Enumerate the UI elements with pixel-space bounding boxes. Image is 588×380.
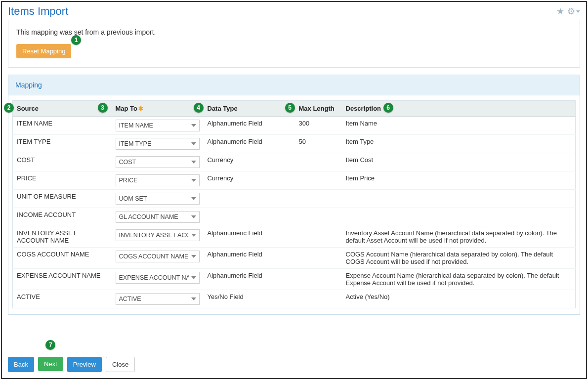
map-to-value: ITEM TYPE bbox=[119, 140, 189, 147]
table-row: COGS ACCOUNT NAMECOGS ACCOUNT NAMEAlphan… bbox=[13, 248, 576, 269]
map-to-select[interactable]: EXPENSE ACCOUNT NAM bbox=[116, 272, 200, 284]
cell-source: COGS ACCOUNT NAME bbox=[13, 248, 112, 269]
cell-max-length bbox=[295, 226, 342, 248]
favorite-star-icon[interactable]: ★ bbox=[556, 6, 564, 17]
cell-map-to: COGS ACCOUNT NAME bbox=[112, 248, 204, 269]
cell-map-to: EXPENSE ACCOUNT NAM bbox=[112, 269, 204, 290]
chevron-down-icon bbox=[191, 124, 196, 127]
cell-max-length bbox=[295, 269, 342, 290]
th-map-to: Map To bbox=[116, 105, 138, 112]
cell-max-length bbox=[295, 208, 342, 226]
cell-map-to: INVENTORY ASSET ACCO bbox=[112, 226, 204, 248]
th-data-type: Data Type bbox=[208, 105, 238, 112]
chevron-down-icon bbox=[191, 215, 196, 218]
annotation-badge-2: 2 bbox=[4, 103, 14, 113]
mapping-section-title: Mapping bbox=[8, 75, 580, 95]
cell-max-length bbox=[295, 153, 342, 171]
cell-description bbox=[342, 190, 576, 208]
reset-mapping-button[interactable]: Reset Mapping bbox=[16, 44, 71, 58]
cell-data-type bbox=[204, 208, 295, 226]
mapping-section: Mapping 2 Source 3 Map To✱ bbox=[8, 75, 580, 315]
annotation-badge-3: 3 bbox=[98, 103, 108, 113]
cell-data-type bbox=[204, 190, 295, 208]
cell-max-length bbox=[295, 190, 342, 208]
required-star-icon: ✱ bbox=[138, 105, 143, 112]
cell-map-to: ITEM NAME bbox=[112, 117, 204, 135]
chevron-down-icon bbox=[191, 197, 196, 200]
cell-description: Inventory Asset Account Name (hierarchic… bbox=[342, 226, 576, 248]
map-to-select[interactable]: COGS ACCOUNT NAME bbox=[116, 251, 200, 262]
cell-data-type: Alphanumeric Field bbox=[204, 248, 295, 269]
cell-map-to: ACTIVE bbox=[112, 290, 204, 308]
cell-source: ITEM TYPE bbox=[13, 135, 112, 153]
cell-description: Expense Account Name (hierarchical data … bbox=[342, 269, 576, 290]
chevron-down-icon bbox=[191, 276, 196, 279]
th-max-length: Max Length bbox=[299, 105, 335, 112]
cell-data-type: Alphanumeric Field bbox=[204, 226, 295, 248]
back-button[interactable]: Back bbox=[8, 357, 34, 372]
map-to-select[interactable]: ITEM NAME bbox=[116, 120, 200, 131]
mapping-table: 2 Source 3 Map To✱ 4 Data Type bbox=[12, 100, 576, 308]
map-to-select[interactable]: PRICE bbox=[116, 174, 200, 186]
annotation-badge-1: 1 bbox=[71, 35, 81, 45]
map-to-value: PRICE bbox=[119, 177, 189, 184]
cell-source: ITEM NAME bbox=[13, 117, 112, 135]
table-row: EXPENSE ACCOUNT NAMEEXPENSE ACCOUNT NAMA… bbox=[13, 269, 576, 290]
cell-max-length bbox=[295, 290, 342, 308]
next-button[interactable]: Next bbox=[38, 357, 63, 371]
map-to-select[interactable]: ITEM TYPE bbox=[116, 138, 200, 150]
cell-description: Item Cost bbox=[342, 153, 576, 171]
map-to-select[interactable]: COST bbox=[116, 156, 200, 168]
map-to-value: GL ACCOUNT NAME bbox=[119, 213, 189, 220]
annotation-badge-7: 7 bbox=[45, 340, 55, 350]
th-description: Description bbox=[346, 105, 381, 112]
table-row: ITEM TYPEITEM TYPEAlphanumeric Field50It… bbox=[13, 135, 576, 153]
info-panel: This mapping was set from a previous imp… bbox=[8, 20, 580, 68]
gear-glyph: ⚙ bbox=[567, 6, 575, 17]
th-source: Source bbox=[17, 105, 39, 112]
map-to-value: COST bbox=[119, 159, 189, 166]
cell-map-to: ITEM TYPE bbox=[112, 135, 204, 153]
chevron-down-icon bbox=[191, 179, 196, 182]
info-message: This mapping was set from a previous imp… bbox=[16, 28, 572, 36]
cell-map-to: GL ACCOUNT NAME bbox=[112, 208, 204, 226]
cell-max-length bbox=[295, 248, 342, 269]
cell-data-type: Alphanumeric Field bbox=[204, 135, 295, 153]
map-to-select[interactable]: ACTIVE bbox=[116, 293, 200, 305]
map-to-value: UOM SET bbox=[119, 195, 189, 202]
cell-data-type: Currency bbox=[204, 171, 295, 190]
cell-description: Item Name bbox=[342, 117, 576, 135]
cell-source: ACTIVE bbox=[13, 290, 112, 308]
map-to-select[interactable]: GL ACCOUNT NAME bbox=[116, 211, 200, 223]
cell-source: INVENTORY ASSET ACCOUNT NAME bbox=[13, 226, 112, 248]
annotation-badge-4: 4 bbox=[194, 103, 204, 113]
cell-source: EXPENSE ACCOUNT NAME bbox=[13, 269, 112, 290]
cell-max-length: 300 bbox=[295, 117, 342, 135]
cell-description: Item Type bbox=[342, 135, 576, 153]
map-to-select[interactable]: UOM SET bbox=[116, 193, 200, 205]
table-row: COSTCOSTCurrencyItem Cost bbox=[13, 153, 576, 171]
settings-gear-icon[interactable]: ⚙ bbox=[567, 6, 580, 17]
cell-description bbox=[342, 208, 576, 226]
chevron-down-icon bbox=[191, 234, 196, 237]
table-row: INVENTORY ASSET ACCOUNT NAMEINVENTORY AS… bbox=[13, 226, 576, 248]
close-button[interactable]: Close bbox=[106, 357, 135, 372]
cell-description: COGS Account Name (hierarchical data sep… bbox=[342, 248, 576, 269]
cell-data-type: Yes/No Field bbox=[204, 290, 295, 308]
map-to-value: COGS ACCOUNT NAME bbox=[119, 253, 189, 260]
table-row: ACTIVEACTIVEYes/No FieldActive (Yes/No) bbox=[13, 290, 576, 308]
cell-data-type: Currency bbox=[204, 153, 295, 171]
cell-description: Active (Yes/No) bbox=[342, 290, 576, 308]
annotation-badge-6: 6 bbox=[383, 103, 393, 113]
cell-data-type: Alphanumeric Field bbox=[204, 269, 295, 290]
cell-max-length bbox=[295, 171, 342, 190]
cell-map-to: COST bbox=[112, 153, 204, 171]
cell-max-length: 50 bbox=[295, 135, 342, 153]
map-to-value: INVENTORY ASSET ACCO bbox=[119, 232, 189, 239]
map-to-value: ITEM NAME bbox=[119, 122, 189, 129]
chevron-down-icon bbox=[576, 10, 580, 13]
cell-description: Item Price bbox=[342, 171, 576, 190]
page-title: Items Import bbox=[8, 5, 68, 18]
preview-button[interactable]: Preview bbox=[67, 357, 102, 372]
map-to-select[interactable]: INVENTORY ASSET ACCO bbox=[116, 229, 200, 241]
